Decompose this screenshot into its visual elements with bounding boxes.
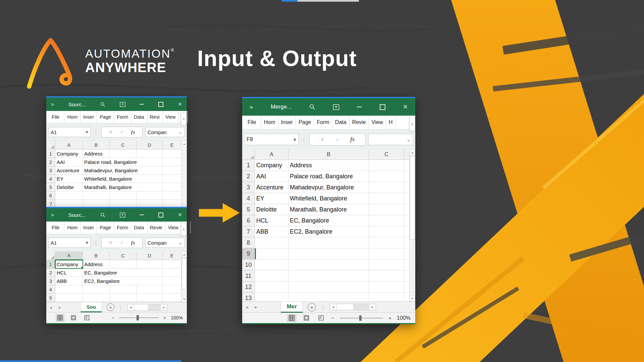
cell-d1[interactable] xyxy=(137,149,163,158)
cell-c10[interactable] xyxy=(369,259,404,270)
cell-a5[interactable] xyxy=(55,294,83,302)
tab-review[interactable]: Revi xyxy=(147,111,163,123)
tab-file[interactable]: File xyxy=(242,116,261,129)
cell-c6[interactable] xyxy=(110,191,137,200)
cell-b12[interactable] xyxy=(288,282,369,293)
cell-a1[interactable]: Company xyxy=(55,149,83,158)
row-header[interactable]: 11 xyxy=(242,270,255,282)
scroll-up-icon[interactable]: ▲ xyxy=(181,141,187,147)
cell-d11[interactable] xyxy=(404,270,409,282)
scrollbar-thumb[interactable] xyxy=(182,258,186,290)
col-header-d[interactable]: D xyxy=(137,141,163,149)
maximize-icon[interactable] xyxy=(158,213,163,218)
cell-d8[interactable] xyxy=(404,237,409,248)
more-options-icon[interactable]: ⋮ xyxy=(321,304,326,310)
scrollbar-thumb[interactable] xyxy=(410,156,415,240)
row-header[interactable]: 2 xyxy=(46,158,55,166)
ribbon-display-options-icon[interactable] xyxy=(120,102,125,107)
more-options-icon[interactable]: ⋮ xyxy=(93,129,99,135)
close-icon[interactable]: ✕ xyxy=(178,212,182,218)
tab-review[interactable]: Revie xyxy=(350,116,369,129)
close-icon[interactable]: ✕ xyxy=(403,103,408,111)
cell-a3[interactable]: ABB xyxy=(55,277,83,285)
col-header-e[interactable]: E xyxy=(163,251,181,260)
cell-c12[interactable] xyxy=(369,282,404,293)
enter-icon[interactable]: ✓ xyxy=(120,240,124,246)
cell-b4[interactable] xyxy=(83,285,110,294)
scroll-down-icon[interactable]: ▼ xyxy=(410,295,415,301)
vertical-scrollbar[interactable]: ▲ ▼ xyxy=(409,149,415,301)
select-all-corner[interactable] xyxy=(46,251,55,260)
col-header-c[interactable]: C xyxy=(110,251,137,260)
cell-a2[interactable]: HCL xyxy=(55,268,83,277)
col-header-e[interactable]: E xyxy=(163,141,181,149)
cell-e1[interactable] xyxy=(163,260,181,268)
close-icon[interactable]: ✕ xyxy=(178,101,182,107)
cell-d6[interactable] xyxy=(404,215,409,226)
ribbon-display-options-icon[interactable] xyxy=(120,213,125,218)
cell-c5[interactable] xyxy=(369,204,404,215)
ribbon-overflow-button[interactable]: › xyxy=(181,223,187,236)
range-combobox[interactable]: Compan⌄ xyxy=(145,238,185,248)
cell-b9[interactable] xyxy=(288,248,369,259)
row-header[interactable]: 10 xyxy=(242,259,255,270)
quick-access-chevrons-icon[interactable]: » xyxy=(51,101,54,107)
enter-icon[interactable]: ✓ xyxy=(120,129,124,135)
horizontal-scrollbar[interactable]: ◂ ▸ xyxy=(330,304,376,310)
cell-b2[interactable]: Palace road, Bangalore xyxy=(288,171,369,182)
tab-home[interactable]: Hom xyxy=(261,116,278,129)
scrollbar-track[interactable] xyxy=(354,304,369,310)
cell-b3[interactable]: EC2, Bangalore xyxy=(83,277,163,285)
cell-c1[interactable] xyxy=(110,260,137,268)
cell-a8[interactable] xyxy=(255,237,288,248)
row-header[interactable]: 3 xyxy=(242,182,255,193)
titlebar[interactable]: » Sourc... ✕ xyxy=(46,98,187,111)
cell-a4[interactable]: EY xyxy=(255,193,288,204)
tab-file[interactable]: File xyxy=(46,111,64,123)
cell-a6[interactable]: HCL xyxy=(255,215,288,226)
col-header-c[interactable]: C xyxy=(369,149,404,160)
select-all-corner[interactable] xyxy=(46,141,55,149)
cell-d3[interactable] xyxy=(404,182,409,193)
cell-a3[interactable]: Accenture xyxy=(55,166,83,175)
row-header[interactable]: 5 xyxy=(46,294,55,302)
range-combobox[interactable]: Compan⌄ xyxy=(145,127,185,137)
cell-a6[interactable] xyxy=(55,191,83,200)
tab-formulas[interactable]: Form xyxy=(114,111,131,123)
cell-c11[interactable] xyxy=(369,270,404,282)
zoom-out-icon[interactable]: − xyxy=(331,315,334,321)
cell-a4[interactable]: EY xyxy=(55,175,83,183)
titlebar[interactable]: » Sourc... ✕ xyxy=(46,208,187,222)
cell-a2[interactable]: AAI xyxy=(55,158,83,166)
scroll-up-icon[interactable]: ▲ xyxy=(181,251,187,257)
cancel-icon[interactable]: ✕ xyxy=(109,129,113,135)
row-header[interactable]: 2 xyxy=(46,268,55,277)
scrollbar-track[interactable] xyxy=(148,304,160,310)
row-header[interactable]: 6 xyxy=(46,191,55,200)
cell-b1[interactable]: Address xyxy=(288,160,369,171)
scroll-up-icon[interactable]: ▲ xyxy=(410,149,415,156)
row-header[interactable]: 4 xyxy=(46,175,55,183)
row-header[interactable]: 6 xyxy=(242,215,255,226)
tab-page-layout[interactable]: Page xyxy=(296,116,314,129)
name-box[interactable]: F9▾ xyxy=(244,134,299,145)
cell-c7[interactable] xyxy=(369,226,404,237)
normal-view-icon[interactable] xyxy=(287,314,297,322)
col-header-a[interactable]: A xyxy=(55,141,83,149)
page-layout-view-icon[interactable] xyxy=(302,314,311,322)
cell-d7[interactable] xyxy=(404,226,409,237)
row-header[interactable]: 2 xyxy=(242,171,255,182)
cell-d4[interactable] xyxy=(404,193,409,204)
scroll-right-icon[interactable]: ▸ xyxy=(369,304,376,310)
cell-e2[interactable] xyxy=(163,268,181,277)
tab-page-layout[interactable]: Page xyxy=(97,111,114,123)
row-header[interactable]: 4 xyxy=(242,193,255,204)
cell-d10[interactable] xyxy=(404,259,409,270)
cell-c5[interactable] xyxy=(110,294,137,302)
cancel-icon[interactable]: ✕ xyxy=(320,136,324,143)
cell-e3[interactable] xyxy=(163,277,181,285)
cell-b5[interactable]: Marathalli, Bangalore xyxy=(288,204,369,215)
zoom-slider[interactable] xyxy=(119,317,159,318)
tab-insert[interactable]: Inser xyxy=(80,111,97,123)
col-header-b[interactable]: B xyxy=(83,141,110,149)
